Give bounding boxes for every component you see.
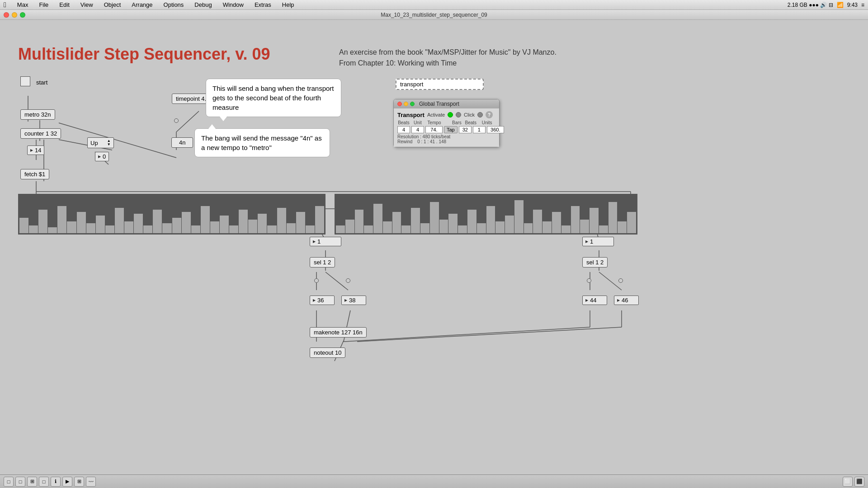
multislider-bar <box>143 225 152 233</box>
minimize-button[interactable] <box>12 12 17 18</box>
umenu-arrows[interactable]: ▲ ▼ <box>107 139 111 146</box>
toolbar-expand-btn[interactable]: ⬜ <box>843 477 853 487</box>
menu-object[interactable]: Object <box>102 1 123 8</box>
transport-active-indicator[interactable] <box>448 112 453 117</box>
beats-field[interactable]: 4 <box>397 126 410 133</box>
multislider-bar <box>524 223 533 233</box>
close-button[interactable] <box>4 12 9 18</box>
multislider-1[interactable] <box>18 194 326 235</box>
global-transport-body: Transport Activate Click ? Beats Unit Te… <box>394 108 499 147</box>
multislider-bar <box>267 225 276 233</box>
window-titlebar: Max_10_23_multislider_step_sequencer_09 <box>0 10 868 20</box>
toolbar-info-btn[interactable]: ℹ <box>51 477 61 487</box>
gt-min-btn[interactable] <box>404 102 408 106</box>
multislider-bar <box>383 221 392 233</box>
units-field[interactable]: 360. <box>487 126 504 133</box>
transport-label: Transport <box>397 112 425 118</box>
multislider-bar <box>552 212 561 233</box>
bars-field[interactable]: 32 <box>459 126 472 133</box>
multislider-2[interactable] <box>335 194 637 235</box>
beats-header: Beats <box>397 120 410 125</box>
multislider-bar <box>172 218 181 233</box>
number-44[interactable]: 44 <box>582 296 607 305</box>
svg-line-22 <box>344 327 590 342</box>
multislider-bar <box>599 225 608 233</box>
number-1-left[interactable]: 1 <box>310 237 341 246</box>
beats2-field[interactable]: 1 <box>473 126 486 133</box>
gt-close-btn[interactable] <box>397 102 402 106</box>
multislider-bar <box>134 214 143 233</box>
multislider-bar <box>477 223 486 233</box>
multislider-bar <box>420 223 429 233</box>
sel-right-outlet-2 <box>618 278 623 283</box>
toolbar-grid-btn[interactable]: ⊞ <box>74 477 84 487</box>
four-n-object[interactable]: 4n <box>171 137 193 148</box>
number-46[interactable]: 46 <box>614 296 639 305</box>
toolbar-split-btn[interactable]: ⬛ <box>854 477 864 487</box>
multislider-bar <box>306 225 315 233</box>
menubar-right: 2.18 GB ●●● 🔊 ⊟ 📶 9:43 ≡ <box>788 2 864 8</box>
transport-headers: Beats Unit Tempo Bars Beats Units <box>397 120 495 125</box>
menu-window[interactable]: Window <box>221 1 245 8</box>
toolbar-wave-btn[interactable]: 〰 <box>86 477 96 487</box>
sel-1-2-left[interactable]: sel 1 2 <box>310 257 335 267</box>
menu-arrange[interactable]: Arrange <box>130 1 154 8</box>
menu-help[interactable]: Help <box>280 1 296 8</box>
number-36[interactable]: 36 <box>310 296 335 305</box>
metro-object[interactable]: metro 32n <box>20 109 55 120</box>
multislider-bar <box>486 206 495 233</box>
multislider-bar <box>439 220 448 233</box>
subtitle: An exercise from the book "Max/MSP/Jitte… <box>339 47 557 69</box>
menu-file[interactable]: File <box>37 1 50 8</box>
toolbar-patch-btn[interactable]: ⊞ <box>27 477 37 487</box>
transport-inactive-indicator[interactable] <box>456 112 461 117</box>
menu-extras[interactable]: Extras <box>253 1 273 8</box>
number-38[interactable]: 38 <box>341 296 366 305</box>
tap-button[interactable]: Tap <box>444 126 458 133</box>
toolbar-btn-2[interactable]: □ <box>15 477 25 487</box>
unit-field[interactable]: 4 <box>411 126 424 133</box>
multislider-bar <box>315 206 324 233</box>
window-controls <box>4 12 25 18</box>
multislider-2-bars <box>335 194 637 234</box>
number-1-right[interactable]: 1 <box>582 237 614 246</box>
subtitle-line2: From Chapter 10: Working with Time <box>339 58 557 69</box>
menu-options[interactable]: Options <box>162 1 186 8</box>
wifi-icon: 📶 <box>837 2 844 8</box>
counter-object[interactable]: counter 1 32 <box>20 128 61 139</box>
multislider-bar <box>590 208 599 233</box>
multislider-bar <box>430 202 439 233</box>
sel-1-2-right[interactable]: sel 1 2 <box>582 257 608 267</box>
toolbar-btn-4[interactable]: □ <box>39 477 49 487</box>
menu-max[interactable]: Max <box>15 1 30 8</box>
fetch-object[interactable]: fetch $1 <box>20 169 49 179</box>
comment-bubble-2: The bang will send the message "4n" as a… <box>194 128 330 157</box>
multislider-bar <box>229 225 238 233</box>
transport-input[interactable]: transport <box>396 79 484 90</box>
toolbar-play-btn[interactable]: ▶ <box>62 477 72 487</box>
click-label[interactable]: Click <box>464 112 475 117</box>
makenote-object[interactable]: makenote 127 16n <box>310 327 367 338</box>
number-14[interactable]: 14 <box>27 145 44 155</box>
click-indicator[interactable] <box>477 112 483 117</box>
multislider-bar <box>609 202 618 233</box>
menu-edit[interactable]: Edit <box>57 1 71 8</box>
apple-menu-icon[interactable]:  <box>4 1 6 9</box>
menu-debug[interactable]: Debug <box>193 1 213 8</box>
start-toggle[interactable] <box>20 76 30 86</box>
multislider-1-bars <box>19 194 325 234</box>
number-0[interactable]: 0 <box>95 152 109 161</box>
gt-max-btn[interactable] <box>410 102 415 106</box>
toolbar-lock-btn[interactable]: □ <box>4 477 14 487</box>
umenu-object[interactable]: Up ▲ ▼ <box>87 137 114 148</box>
menu-icon: ≡ <box>861 2 864 8</box>
multislider-bar <box>210 221 219 233</box>
menu-view[interactable]: View <box>79 1 95 8</box>
multislider-bar <box>248 220 257 233</box>
multislider-bar <box>48 227 57 233</box>
help-button[interactable]: ? <box>486 111 493 118</box>
patch-canvas: Multislider Step Sequencer, v. 09 An exe… <box>0 20 868 478</box>
maximize-button[interactable] <box>20 12 25 18</box>
noteout-object[interactable]: noteout 10 <box>310 347 345 358</box>
tempo-field[interactable]: 74. <box>425 126 443 133</box>
